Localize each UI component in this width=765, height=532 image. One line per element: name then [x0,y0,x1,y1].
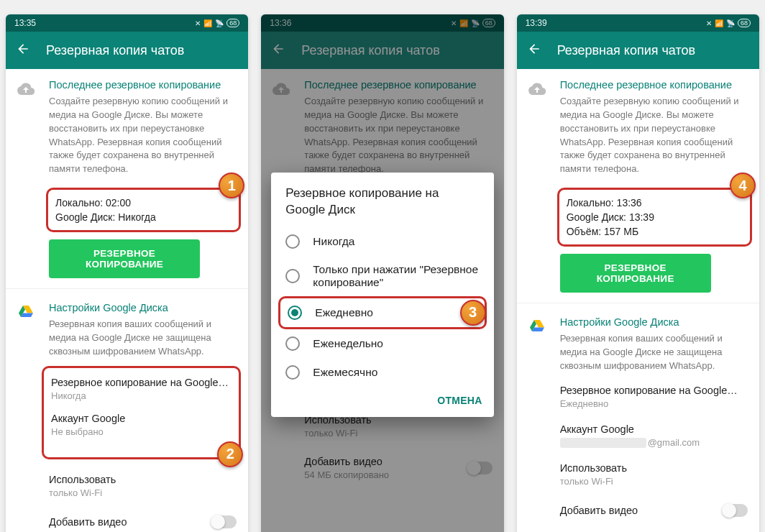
gdrive-settings-section: Настройки Google Диска Резервная копия в… [6,292,248,363]
page-title: Резервная копия чатов [557,43,695,58]
redacted-email [560,438,646,448]
content-area: Последнее резервное копирование Создайте… [6,69,248,532]
radio-icon [285,336,300,351]
backup-frequency-label: Резервное копирование на Google… [51,377,232,388]
radio-icon [288,306,302,320]
gdrive-settings-desc: Резервная копия ваших сообщений и медиа … [560,332,748,373]
backup-button[interactable]: РЕЗЕРВНОЕ КОПИРОВАНИЕ [49,239,200,278]
include-video-toggle[interactable] [723,504,748,517]
dialog-actions: ОТМЕНА [271,387,493,413]
last-backup-section: Последнее резервное копирование Создайте… [517,69,759,180]
cancel-button[interactable]: ОТМЕНА [437,395,482,406]
status-icons: ✕ 📶 📡 68 [706,19,751,27]
signal-icon: 📶 [203,19,212,27]
screen-3: 13:39 ✕ 📶 📡 68 Резервная копия чатов Пос… [517,14,759,532]
clock: 13:39 [526,18,547,28]
google-account-value: Не выбрано [51,426,232,437]
radio-icon [285,365,300,380]
signal-icon: 📶 [715,19,723,27]
network-value: только Wi-Fi [560,476,748,487]
option-daily[interactable]: Ежедневно [280,298,484,327]
content-area: Последнее резервное копирование Создайте… [517,69,759,532]
google-account-row[interactable]: Аккаунт Google Не выбрано [51,405,232,437]
option-label: Только при нажатии "Резервное копировани… [313,263,479,289]
backup-frequency-row[interactable]: Резервное копирование на Google… Никогда [51,372,232,405]
radio-icon [285,269,300,283]
include-video-row[interactable]: Добавить видео [517,494,759,527]
include-video-row[interactable]: Добавить видео [6,505,248,532]
status-bar: 13:39 ✕ 📶 📡 68 [517,14,759,32]
back-button[interactable] [16,42,30,59]
backup-frequency-row[interactable]: Резервное копирование на Google… Ежеднев… [517,377,759,416]
wifi-icon: 📡 [215,19,224,27]
google-drive-icon [17,302,39,359]
google-account-value: @gmail.com [560,437,748,449]
last-backup-heading: Последнее резервное копирование [560,79,748,91]
gdrive-settings-section: Настройки Google Диска Резервная копия в… [517,306,759,377]
option-label: Ежедневно [315,306,373,319]
radio-icon [285,234,300,249]
app-bar: Резервная копия чатов [6,32,248,69]
google-account-label: Аккаунт Google [51,413,232,424]
option-label: Еженедельно [313,337,383,350]
network-value: только Wi-Fi [49,487,237,498]
dnd-icon: ✕ [706,19,712,27]
google-account-row[interactable]: Аккаунт Google @gmail.com [517,416,759,456]
wifi-icon: 📡 [726,19,735,27]
step-badge-3: 3 [460,300,486,326]
last-backup-section: Последнее резервное копирование Создайте… [6,69,248,180]
backup-size: Объём: 157 МБ [567,224,743,239]
backup-frequency-label: Резервное копирование на Google… [560,385,748,396]
battery-indicator: 68 [738,19,751,27]
highlight-2: Резервное копирование на Google… Никогда… [42,366,241,459]
screen-1: 13:35 ✕ 📶 📡 68 Резервная копия чатов Пос… [6,14,248,532]
highlight-3: Ежедневно 3 [278,296,486,329]
step-badge-2: 2 [217,441,243,467]
network-label: Использовать [49,474,237,485]
clock: 13:35 [14,18,36,28]
status-icons: ✕ 📶 📡 68 [195,19,239,27]
step-badge-1: 1 [219,173,244,198]
google-account-label: Аккаунт Google [560,423,748,435]
last-backup-heading: Последнее резервное копирование [49,79,237,91]
local-backup-time: Локально: 02:00 [55,196,232,210]
status-bar: 13:35 ✕ 📶 📡 68 [6,14,248,32]
back-button[interactable] [527,42,541,59]
divider [517,303,759,303]
gdrive-backup-time: Google Диск: Никогда [55,210,232,224]
screen-2: 13:36 ✕ 📶 📡 68 Резервная копия чатов Пос… [261,14,503,532]
google-drive-icon [528,316,550,373]
option-weekly[interactable]: Еженедельно [271,329,493,358]
include-video-label: Добавить видео [560,505,638,516]
gdrive-backup-time: Google Диск: 13:39 [567,210,743,224]
include-video-toggle[interactable] [212,515,237,528]
highlight-4: 4 Локально: 13:36 Google Диск: 13:39 Объ… [557,188,752,247]
backup-button[interactable]: РЕЗЕРВНОЕ КОПИРОВАНИЕ [560,254,711,293]
gdrive-settings-desc: Резервная копия ваших сообщений и медиа … [49,318,237,359]
cloud-upload-icon [17,79,39,176]
app-bar: Резервная копия чатов [517,32,759,69]
backup-frequency-value: Никогда [51,390,232,401]
network-row[interactable]: Использовать только Wi-Fi [6,467,248,505]
last-backup-desc: Создайте резервную копию сообщений и мед… [49,95,237,176]
battery-indicator: 68 [226,19,239,27]
divider [6,288,248,289]
backup-frequency-dialog: Резервное копирование на Google Диск Ник… [271,173,493,417]
page-title: Резервная копия чатов [46,43,184,58]
dnd-icon: ✕ [195,19,201,27]
option-never[interactable]: Никогда [271,227,493,256]
last-backup-desc: Создайте резервную копию сообщений и мед… [560,95,748,176]
local-backup-time: Локально: 13:36 [567,196,743,210]
dialog-title: Резервное копирование на Google Диск [271,185,493,227]
backup-frequency-value: Ежедневно [560,398,748,409]
option-monthly[interactable]: Ежемесячно [271,358,493,387]
gdrive-settings-heading: Настройки Google Диска [560,316,748,328]
step-badge-4: 4 [730,173,756,198]
network-row[interactable]: Использовать только Wi-Fi [517,455,759,494]
option-label: Ежемесячно [313,366,377,379]
cloud-upload-icon [528,79,550,176]
network-label: Использовать [560,462,748,474]
option-on-tap[interactable]: Только при нажатии "Резервное копировани… [271,256,493,296]
highlight-1: 1 Локально: 02:00 Google Диск: Никогда [46,188,241,232]
option-label: Никогда [313,235,354,248]
